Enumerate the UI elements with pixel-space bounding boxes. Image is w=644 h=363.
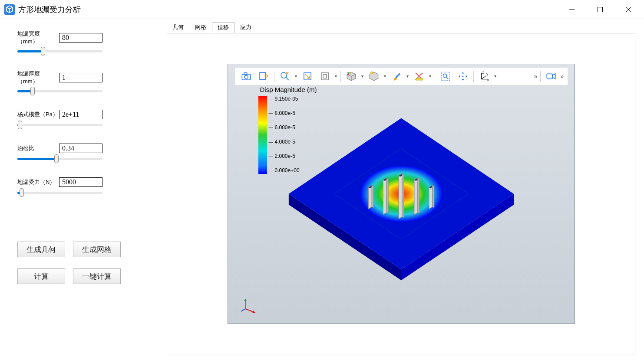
param-label: 泊松比 (17, 144, 59, 152)
generate-mesh-button[interactable]: 生成网格 (73, 242, 121, 257)
param-row: 地漏受力（N） (17, 177, 149, 199)
svg-marker-45 (399, 173, 402, 219)
compute-button[interactable]: 计算 (17, 268, 65, 284)
param-label: 地漏厚度（mm） (17, 70, 59, 85)
svg-line-56 (245, 309, 254, 312)
result-tabs: 几何网格位移应力 (167, 23, 635, 33)
param-input[interactable] (59, 144, 102, 153)
tab-网格[interactable]: 网格 (189, 22, 212, 33)
generate-geometry-button[interactable]: 生成几何 (17, 242, 65, 257)
tab-几何[interactable]: 几何 (167, 22, 189, 33)
viewer-frame: ▾ ▾ ▾ ▾ (167, 33, 635, 354)
svg-marker-51 (429, 185, 432, 209)
param-label: 地漏宽度（mm） (17, 30, 59, 46)
svg-marker-39 (368, 185, 372, 209)
title-bar: 方形地漏受力分析 (0, 0, 644, 19)
param-label: 地漏受力（N） (17, 178, 59, 186)
svg-marker-47 (402, 173, 403, 218)
svg-line-58 (241, 309, 245, 311)
svg-marker-41 (372, 185, 373, 208)
svg-marker-48 (414, 178, 417, 215)
render-canvas[interactable]: ▾ ▾ ▾ ▾ (228, 64, 575, 324)
param-slider[interactable] (17, 156, 102, 162)
param-row: 杨式模量（Pa） (17, 110, 149, 131)
param-slider[interactable] (17, 122, 102, 128)
param-slider[interactable] (17, 48, 102, 54)
svg-marker-55 (244, 298, 247, 301)
window-title: 方形地漏受力分析 (18, 4, 558, 15)
svg-marker-42 (383, 178, 386, 215)
param-row: 地漏宽度（mm） (17, 30, 149, 58)
minimize-button[interactable] (558, 0, 586, 19)
param-input[interactable] (59, 177, 102, 187)
param-row: 泊松比 (17, 144, 149, 165)
close-button[interactable] (614, 0, 642, 19)
param-slider[interactable] (17, 190, 102, 196)
tab-位移[interactable]: 位移 (212, 22, 234, 33)
parameter-sidebar: 地漏宽度（mm）地漏厚度（mm）杨式模量（Pa）泊松比地漏受力（N） 生成几何 … (0, 19, 167, 363)
maximize-button[interactable] (586, 0, 614, 19)
svg-marker-50 (417, 178, 419, 213)
param-label: 杨式模量（Pa） (17, 111, 59, 118)
model-render (228, 64, 575, 324)
tab-应力[interactable]: 应力 (234, 22, 257, 33)
svg-marker-57 (252, 311, 256, 313)
svg-rect-2 (598, 7, 602, 12)
axis-triad (240, 297, 258, 314)
app-icon (3, 3, 16, 16)
param-input[interactable] (59, 73, 102, 82)
param-input[interactable] (59, 110, 102, 119)
one-click-compute-button[interactable]: 一键计算 (73, 268, 121, 284)
svg-marker-44 (386, 178, 388, 213)
param-slider[interactable] (17, 88, 102, 94)
window-controls (558, 0, 642, 19)
param-input[interactable] (59, 33, 102, 43)
svg-marker-53 (432, 185, 434, 208)
param-row: 地漏厚度（mm） (17, 70, 149, 98)
